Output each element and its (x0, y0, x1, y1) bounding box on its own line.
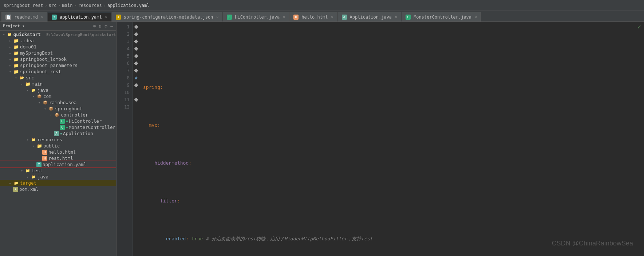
pom-xml-label: pom.xml (19, 186, 39, 192)
breadcrumb: springboot_rest › src › main › resources… (4, 3, 150, 8)
line-num-8: 8 (116, 74, 130, 82)
application-class-icon: A (54, 131, 59, 136)
tree-item-idea[interactable]: ▸ 📁 .idea (0, 38, 116, 44)
tab-hello-close[interactable]: ✕ (331, 15, 333, 19)
main-folder-icon: 📁 (25, 82, 31, 87)
tree-item-controller[interactable]: ▾ 📦 controller (0, 112, 116, 118)
tree-item-java-src[interactable]: ▾ 📁 java (0, 87, 116, 93)
target-folder-icon: 📁 (13, 181, 19, 186)
tree-item-application-yaml[interactable]: ▸ Y application.yaml (0, 161, 116, 168)
rest-html-file-icon: H (42, 156, 47, 161)
springboot-rest-label: springboot_rest (20, 69, 61, 74)
hiddenmethod-key: hiddenmethod (154, 159, 189, 167)
chevron-right-icon: ▸ (7, 64, 13, 67)
gutter-marker-2[interactable] (133, 31, 139, 38)
sidebar-add-icon[interactable]: ⊕ (93, 23, 96, 29)
tab-yaml-close[interactable]: ✕ (105, 15, 107, 19)
tab-app-java-close[interactable]: ✕ (395, 15, 397, 19)
chevron-down-icon: ▾ (13, 76, 19, 80)
gutter-marker-11[interactable] (133, 96, 139, 103)
line-num-9: 9 (116, 82, 130, 89)
tree-item-monstercontroller[interactable]: ▸ C ▪ MonsterController (0, 124, 116, 130)
resources-label: resources (37, 137, 62, 142)
tab-monster-close[interactable]: ✕ (475, 15, 477, 19)
gutter-marker-9[interactable] (133, 82, 139, 89)
sidebar-sort-icon[interactable]: ⇅ (99, 23, 102, 29)
tab-spring-config-json[interactable]: J spring-configuration-metadata.json ✕ (112, 12, 223, 21)
line-num-5: 5 (116, 52, 130, 60)
gutter-marker-7[interactable] (133, 67, 139, 74)
chevron-down-icon: ▾ (25, 138, 31, 142)
myspringboot-icon: 📁 (13, 51, 19, 56)
controller-pkg-icon: 📦 (54, 113, 60, 118)
tree-item-target[interactable]: ▸ 📁 target (0, 180, 116, 186)
comment-5: # 开启页面表单的rest功能，启用了HiddenHttpMethodFilte… (203, 235, 372, 243)
monstercontroller-modifier-icon: ▪ (66, 125, 68, 129)
tree-item-src[interactable]: ▾ 📂 src (0, 75, 116, 81)
code-with-redbox: spring: mvc: hiddenmethod: filter: (143, 54, 644, 256)
editor-content[interactable]: ✓ 1 2 3 4 5 6 7 8 9 10 11 12 (116, 22, 644, 256)
line-num-11: 11 (116, 96, 130, 103)
tree-item-com[interactable]: ▾ 📦 com (0, 93, 116, 99)
springboot-lombok-label: springboot_lombok (20, 56, 67, 62)
tree-item-myspringboot[interactable]: ▸ 📁 mySpringBoot (0, 50, 116, 56)
tab-hi-close[interactable]: ✕ (283, 15, 285, 19)
filter-key: filter (160, 197, 177, 205)
main-layout: Project ▾ ⊕ ⇅ ⚙ — ▾ 📁 quickstart E:\Java… (0, 22, 644, 256)
gutter-marker-12 (133, 103, 139, 111)
tree-item-hicontroller[interactable]: ▸ C ▪ HiController (0, 118, 116, 124)
chevron-down-icon: ▾ (48, 113, 54, 117)
line-num-2: 2 (116, 31, 130, 38)
tab-application-yaml[interactable]: Y application.yaml ✕ (48, 12, 111, 21)
tree-item-public[interactable]: ▾ 📁 public (0, 143, 116, 149)
breadcrumb-springboot-rest: springboot_rest (4, 3, 43, 8)
tree-item-springboot-pkg[interactable]: ▾ 📦 springboot (0, 106, 116, 112)
chevron-right-icon: ▸ (7, 181, 13, 185)
gutter-marker-1[interactable] (133, 23, 139, 31)
tree-item-test-java[interactable]: ▸ 📁 java (0, 174, 116, 180)
java-src-label: java (37, 87, 48, 93)
tab-application-java[interactable]: A Application.java ✕ (338, 12, 402, 21)
tree-item-pom-xml[interactable]: ▸ X pom.xml (0, 186, 116, 192)
tree-item-application[interactable]: ▸ A ▪ Application (0, 130, 116, 137)
tree-item-hello-html[interactable]: ▸ H hello.html (0, 149, 116, 155)
tree-item-quickstart[interactable]: ▾ 📁 quickstart E:\Java\SpringBoot\quicks… (0, 31, 116, 38)
src-icon: 📂 (19, 75, 25, 80)
line-num-3: 3 (116, 38, 130, 45)
tree-item-demo01[interactable]: ▸ 📁 demo01 (0, 44, 116, 50)
test-label: test (32, 168, 43, 173)
idea-label: .idea (20, 38, 34, 43)
tab-hello-html[interactable]: H hello.html ✕ (289, 12, 337, 21)
tree-item-main[interactable]: ▾ 📁 main (0, 81, 116, 87)
gutter-marker-3[interactable] (133, 38, 139, 45)
gutter-marker-6[interactable] (133, 60, 139, 67)
tree-item-test[interactable]: ▾ 📁 test (0, 168, 116, 174)
rest-html-label: rest.html (48, 155, 73, 161)
application-java-tab-icon: A (342, 15, 347, 20)
myspringboot-label: mySpringBoot (20, 50, 53, 56)
sidebar-minimize-icon[interactable]: — (110, 23, 113, 29)
tab-json-close[interactable]: ✕ (216, 15, 218, 19)
sidebar-settings-icon[interactable]: ⚙ (104, 23, 107, 29)
monstercontroller-icon: C (60, 125, 65, 130)
chevron-down-icon: ▾ (31, 144, 36, 148)
code-editor[interactable]: spring: mvc: hiddenmethod: filter: (140, 22, 644, 256)
tree-item-resources[interactable]: ▾ 📁 resources (0, 137, 116, 143)
tab-monster-controller[interactable]: C MonsterController.java ✕ (402, 12, 481, 21)
tree-item-springboot-parameters[interactable]: ▸ 📁 springboot_parameters (0, 62, 116, 68)
tab-hi-controller[interactable]: C HiController.java ✕ (223, 12, 289, 21)
sidebar-project-title: Project ▾ (3, 24, 90, 28)
tree-item-rest-html[interactable]: ▸ H rest.html (0, 155, 116, 161)
chevron-right-icon: ▸ (7, 58, 13, 61)
gutter-marker-4[interactable] (133, 45, 139, 52)
tab-spring-config-label: spring-configuration-metadata.json (124, 15, 213, 20)
readme-tab-icon: 📄 (5, 15, 11, 20)
tree-item-springboot-rest[interactable]: ▾ 📁 springboot_rest (0, 68, 116, 75)
yaml-tab-icon: Y (52, 15, 57, 20)
tree-item-springboot-lombok[interactable]: ▸ 📁 springboot_lombok (0, 56, 116, 62)
tree-item-rainbowsea[interactable]: ▾ 📦 rainbowsea (0, 99, 116, 106)
tab-readme-close[interactable]: ✕ (41, 15, 43, 19)
tab-readme-md[interactable]: 📄 readme.md ✕ (1, 12, 47, 21)
springboot-parameters-label: springboot_parameters (20, 63, 78, 68)
gutter-marker-5[interactable] (133, 52, 139, 60)
